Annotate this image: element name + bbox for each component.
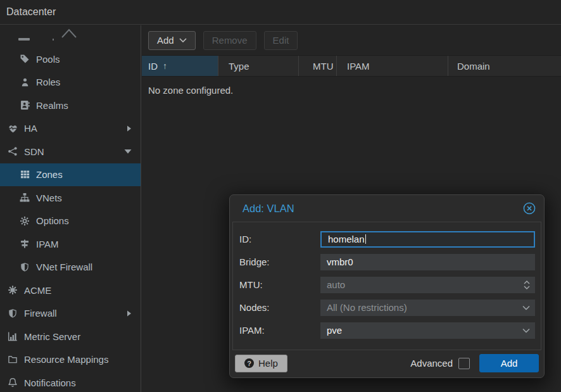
question-icon: ? [244, 358, 254, 368]
mtu-placeholder: auto [327, 279, 345, 290]
form-row-nodes: Nodes: All (No restrictions) [239, 300, 535, 316]
dialog-header[interactable]: Add: VLAN [230, 195, 544, 222]
sidebar-item-label: Roles [36, 77, 60, 87]
close-icon[interactable] [523, 202, 536, 215]
dialog-title: Add: VLAN [243, 203, 294, 215]
sidebar-item-metric-server[interactable]: Metric Server [0, 325, 141, 348]
sidebar-item-vnet-firewall[interactable]: VNet Firewall [0, 256, 141, 279]
sidebar-item-label: Pools [36, 54, 60, 65]
sidebar-item-acme[interactable]: ACME [0, 279, 141, 302]
spinner-icons[interactable] [524, 281, 530, 289]
text-fragment [53, 39, 54, 41]
sidebar-item-label: Firewall [24, 308, 57, 319]
dialog-body: ID: homelan Bridge: vmbr0 MTU: auto Node… [232, 222, 541, 350]
chevron-down-icon [524, 286, 530, 289]
sidebar-item-label: VNet Firewall [36, 262, 92, 272]
sidebar: Pools Roles Realms HA SDN [0, 25, 141, 392]
mtu-spinner[interactable]: auto [320, 277, 535, 293]
sidebar-item-roles[interactable]: Roles [0, 71, 141, 94]
help-button[interactable]: ? Help [235, 355, 287, 372]
sidebar-item-label: Metric Server [24, 331, 80, 342]
certificate-icon [6, 285, 19, 296]
column-label: Domain [457, 61, 490, 72]
sidebar-item-firewall[interactable]: Firewall [0, 302, 141, 326]
chevron-right-icon[interactable] [127, 310, 132, 317]
id-label: ID: [239, 231, 320, 248]
id-input-value: homelan [328, 234, 365, 244]
sidebar-item-label: Zones [36, 169, 63, 180]
column-header-domain[interactable]: Domain [448, 56, 561, 76]
sidebar-item-label: ACME [24, 285, 51, 296]
add-button-label: Add [157, 35, 174, 46]
column-label: Type [229, 61, 249, 72]
sidebar-item-label: Notifications [24, 377, 76, 388]
column-label: ID [148, 61, 158, 72]
sidebar-item-clipped[interactable] [0, 25, 141, 47]
bell-icon [6, 377, 19, 388]
sidebar-item-options[interactable]: Options [0, 210, 141, 233]
nodes-placeholder: All (No restrictions) [327, 302, 407, 313]
column-header-ipam[interactable]: IPAM [337, 56, 448, 76]
sidebar-item-ipam[interactable]: IPAM [0, 232, 141, 256]
nodes-label: Nodes: [239, 300, 320, 316]
sidebar-item-pools[interactable]: Pools [0, 47, 141, 71]
folder-icon [6, 354, 19, 365]
grid-icon [18, 169, 31, 180]
sidebar-item-vnets[interactable]: VNets [0, 186, 141, 210]
shield-icon [18, 262, 31, 272]
add-submit-button[interactable]: Add [479, 354, 539, 372]
sidebar-item-zones[interactable]: Zones [0, 163, 141, 187]
mtu-label: MTU: [239, 277, 320, 293]
toolbar: Add Remove Edit [142, 25, 561, 55]
column-header-mtu[interactable]: MTU [299, 56, 337, 76]
page-title: Datacenter [6, 6, 56, 18]
sidebar-item-label: HA [24, 123, 37, 134]
advanced-checkbox[interactable] [458, 358, 470, 369]
column-header-id[interactable]: ID ↑ [142, 56, 218, 76]
heartbeat-icon [6, 123, 19, 134]
edit-button[interactable]: Edit [264, 31, 298, 50]
map-signs-icon [18, 239, 31, 250]
sidebar-item-ha[interactable]: HA [0, 117, 141, 141]
form-row-id: ID: homelan [239, 231, 535, 248]
chevron-right-icon[interactable] [127, 125, 132, 132]
table-header: ID ↑ Type MTU IPAM Domain [142, 55, 561, 77]
bridge-input[interactable]: vmbr0 [320, 254, 535, 270]
user-icon [18, 77, 31, 87]
bridge-label: Bridge: [239, 254, 320, 270]
sitemap-icon [18, 193, 31, 203]
ipam-label: IPAM: [239, 322, 320, 339]
nodes-dropdown[interactable]: All (No restrictions) [320, 300, 535, 316]
chevron-down-icon[interactable] [124, 149, 132, 154]
id-input[interactable]: homelan [320, 231, 535, 248]
column-header-type[interactable]: Type [218, 56, 299, 76]
advanced-label: Advanced [410, 358, 453, 369]
shield-icon [6, 308, 19, 319]
remove-button[interactable]: Remove [203, 31, 256, 50]
bridge-input-value: vmbr0 [327, 256, 353, 267]
tag-icon [18, 54, 31, 65]
sort-ascending-icon: ↑ [163, 61, 167, 71]
form-row-ipam: IPAM: pve [239, 322, 535, 339]
chevron-up-icon [524, 281, 530, 284]
add-button[interactable]: Add [148, 31, 196, 50]
sidebar-item-notifications[interactable]: Notifications [0, 371, 141, 392]
network-share-icon [6, 146, 19, 157]
sidebar-item-label: Options [36, 215, 69, 226]
column-label: MTU [313, 61, 334, 72]
sidebar-item-realms[interactable]: Realms [0, 94, 141, 117]
form-row-mtu: MTU: auto [239, 277, 535, 293]
text-cursor [365, 234, 367, 244]
sidebar-item-resource-mappings[interactable]: Resource Mappings [0, 348, 141, 372]
chevron-up-icon [61, 28, 77, 38]
sidebar-item-label: IPAM [36, 239, 59, 250]
sidebar-item-sdn[interactable]: SDN [0, 140, 141, 163]
form-row-bridge: Bridge: vmbr0 [239, 254, 535, 270]
icon-fragment [18, 38, 30, 41]
top-header: Datacenter [0, 0, 561, 25]
empty-message: No zone configured. [148, 85, 233, 96]
ipam-dropdown[interactable]: pve [320, 322, 535, 339]
help-button-label: Help [258, 358, 278, 369]
sidebar-item-label: Realms [36, 100, 68, 111]
gear-icon [18, 215, 31, 226]
